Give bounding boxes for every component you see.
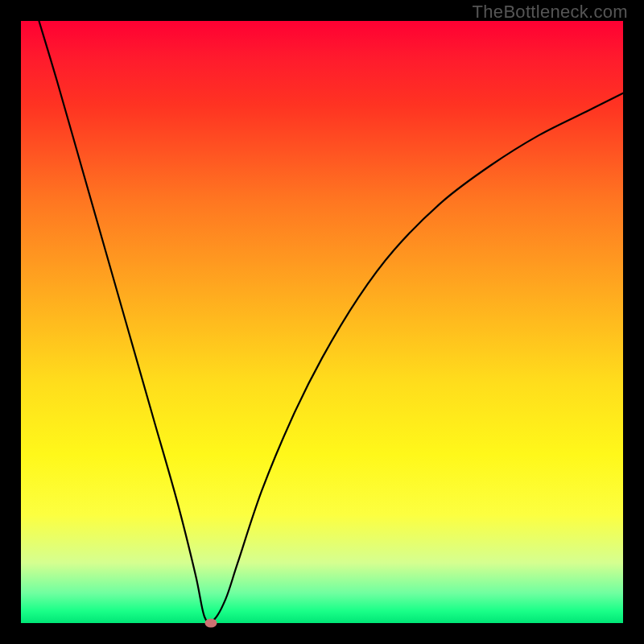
- chart-plot-area: [21, 21, 623, 623]
- bottleneck-curve: [21, 21, 623, 623]
- optimal-point-marker: [204, 619, 217, 628]
- watermark-text: TheBottleneck.com: [473, 2, 628, 23]
